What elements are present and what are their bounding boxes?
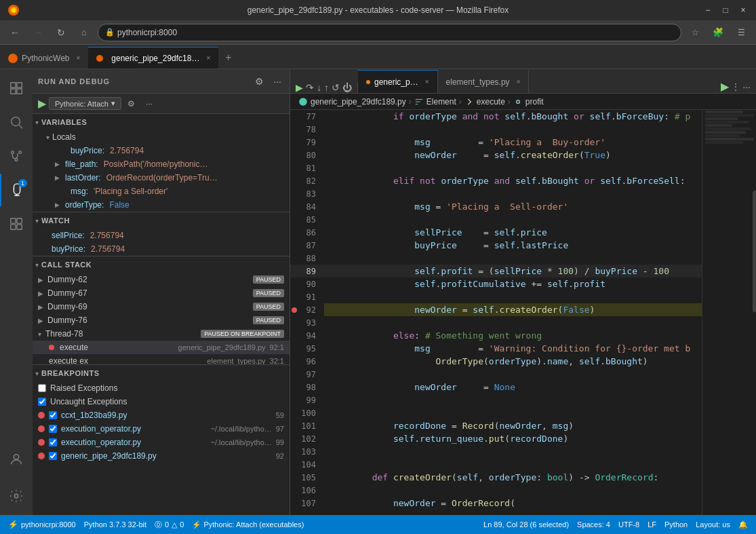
tab-close-btn[interactable]: × bbox=[76, 54, 80, 62]
remote-status[interactable]: ⚡ pythonicrpi:8000 bbox=[5, 520, 79, 529]
editor-tab-close1[interactable]: × bbox=[425, 78, 429, 85]
code-line-82: elif not orderType and self.bBought or s… bbox=[324, 174, 702, 187]
debug-attach-status[interactable]: ⚡ Pythonic: Attach (executables) bbox=[189, 520, 306, 529]
browser-tab-pythonic[interactable]: PythonicWeb × bbox=[0, 47, 88, 69]
debug-settings-btn[interactable]: ⚙ bbox=[124, 96, 139, 111]
browser-menu-btn[interactable]: ☰ bbox=[732, 23, 751, 42]
editor-tab-generic[interactable]: generic_p… × bbox=[358, 70, 438, 93]
bp-ccxt[interactable]: ccxt_1b23ba99.py 59 bbox=[33, 408, 290, 422]
line-81: 81 bbox=[290, 161, 324, 174]
debug-restart-btn[interactable]: ↺ bbox=[332, 82, 340, 93]
bp-uncaught[interactable]: Uncaught Exceptions bbox=[33, 395, 290, 408]
bp-ccxt-check[interactable] bbox=[49, 411, 57, 419]
editor-tab-close2[interactable]: × bbox=[517, 78, 521, 85]
settings-icon[interactable]: ⚙ bbox=[252, 75, 266, 88]
errors-status[interactable]: ⓪ 0 △ 0 bbox=[152, 520, 186, 530]
language-status[interactable]: Python bbox=[662, 520, 690, 529]
var-orderType[interactable]: ▶ orderType: False bbox=[38, 198, 290, 212]
python-version-status[interactable]: Python 3.7.3 32-bit bbox=[81, 520, 149, 529]
debug-config-dropdown[interactable]: Pythonic: Attach ▾ bbox=[49, 97, 121, 110]
layout-text: Layout: us bbox=[696, 520, 730, 529]
debug-step-into-btn[interactable]: ↓ bbox=[317, 82, 321, 93]
callstack-header[interactable]: ▾ CALL STACK bbox=[33, 256, 290, 273]
activity-extensions[interactable] bbox=[0, 208, 33, 240]
debug-step-out-btn[interactable]: ↑ bbox=[324, 82, 329, 93]
run-file-btn[interactable]: ▶ bbox=[721, 80, 729, 93]
bp-uncaught-check[interactable] bbox=[38, 398, 46, 406]
breadcrumb-method[interactable]: execute bbox=[477, 97, 505, 107]
position-status[interactable]: Ln 89, Col 28 (6 selected) bbox=[481, 520, 572, 529]
stack-dummy69[interactable]: ▶ Dummy-69 PAUSED bbox=[33, 300, 290, 313]
new-tab-btn[interactable]: + bbox=[218, 47, 238, 69]
bookmark-btn[interactable]: ☆ bbox=[685, 23, 704, 42]
code-content[interactable]: if orderType and not self.bBought or sel… bbox=[324, 110, 702, 515]
extensions-btn[interactable]: 🧩 bbox=[709, 23, 728, 42]
debug-continue-btn[interactable]: ▶ bbox=[296, 82, 303, 93]
activity-account[interactable] bbox=[0, 443, 33, 476]
variables-header[interactable]: ▾ VARIABLES bbox=[33, 114, 290, 130]
bp-exec2[interactable]: execution_operator.py ~/.local/lib/pytho… bbox=[33, 436, 290, 449]
browser-bar: ← → ↻ ⌂ 🔒 pythonicrpi:8000 ☆ 🧩 ☰ bbox=[0, 20, 756, 45]
debug-step-over-btn[interactable]: ↷ bbox=[306, 82, 314, 93]
stack-dummy67[interactable]: ▶ Dummy-67 PAUSED bbox=[33, 286, 290, 300]
spaces-status[interactable]: Spaces: 4 bbox=[574, 520, 613, 529]
eol-status[interactable]: LF bbox=[645, 520, 659, 529]
close-btn[interactable]: × bbox=[737, 4, 749, 16]
locals-group[interactable]: ▾ Locals bbox=[38, 130, 290, 144]
stack-execute-ex[interactable]: execute ex element_types.py 32:1 bbox=[33, 354, 290, 364]
watch-sellPrice[interactable]: sellPrice: 2.756794 bbox=[38, 229, 290, 242]
breadcrumb-file[interactable]: generic_pipe_29dfc189.py bbox=[311, 97, 406, 107]
breadcrumb-class[interactable]: Element bbox=[426, 97, 456, 107]
breakpoints-tree: Raised Exceptions Uncaught Exceptions cc… bbox=[33, 381, 290, 463]
var-buyPrice[interactable]: buyPrice: 2.756794 bbox=[38, 144, 290, 157]
bp-exec2-check[interactable] bbox=[49, 438, 57, 446]
forward-btn[interactable]: → bbox=[28, 23, 47, 42]
bp-raised[interactable]: Raised Exceptions bbox=[33, 381, 290, 395]
editor-tab-element[interactable]: element_types.py × bbox=[438, 70, 530, 93]
breadcrumb-var[interactable]: profit bbox=[525, 97, 544, 107]
stack-dummy76[interactable]: ▶ Dummy-76 PAUSED bbox=[33, 313, 290, 327]
encoding-status[interactable]: UTF-8 bbox=[616, 520, 642, 529]
browser-tab-generic[interactable]: generic_pipe_29dfc18… × bbox=[88, 47, 218, 69]
watch-header[interactable]: ▾ WATCH bbox=[33, 212, 290, 229]
bp-generic[interactable]: generic_pipe_29dfc189.py 92 bbox=[33, 449, 290, 463]
split-editor-btn[interactable]: ⋮ bbox=[732, 82, 740, 92]
activity-scm[interactable] bbox=[0, 140, 33, 172]
more-actions-btn[interactable]: ··· bbox=[742, 81, 751, 92]
var-name: buyPrice: bbox=[71, 146, 104, 155]
activity-explorer[interactable] bbox=[0, 72, 33, 104]
stack-execute[interactable]: execute generic_pipe_29dfc189.py 92:1 bbox=[33, 341, 290, 354]
tab-close-btn-active[interactable]: × bbox=[206, 54, 210, 62]
var-expand-icon bbox=[57, 145, 68, 156]
debug-more-btn[interactable]: ··· bbox=[142, 96, 157, 111]
start-debug-btn[interactable]: ▶ bbox=[38, 97, 46, 110]
stack-dummy62[interactable]: ▶ Dummy-62 PAUSED bbox=[33, 273, 290, 286]
activity-debug[interactable]: 1 bbox=[0, 174, 33, 206]
watch-buyPrice[interactable]: buyPrice: 2.756794 bbox=[38, 242, 290, 256]
notification-bell[interactable]: 🔔 bbox=[736, 520, 751, 529]
bp-exec1-check[interactable] bbox=[49, 425, 57, 433]
stack-thread78[interactable]: ▾ Thread-78 PAUSED ON BREAKPOINT bbox=[33, 327, 290, 341]
var-filepath[interactable]: ▶ file_path: PosixPath('/home/pythonic… bbox=[38, 157, 290, 171]
breakpoints-header[interactable]: ▾ BREAKPOINTS bbox=[33, 365, 290, 381]
maximize-btn[interactable]: □ bbox=[719, 4, 732, 16]
reload-btn[interactable]: ↻ bbox=[52, 23, 71, 42]
url-bar[interactable]: 🔒 pythonicrpi:8000 bbox=[98, 24, 681, 41]
minimize-btn[interactable]: − bbox=[702, 4, 714, 16]
bp-exec1[interactable]: execution_operator.py ~/.local/lib/pytho… bbox=[33, 422, 290, 436]
activity-settings[interactable] bbox=[0, 480, 33, 512]
debug-disconnect-btn[interactable]: ⏻ bbox=[342, 82, 352, 93]
home-btn[interactable]: ⌂ bbox=[75, 23, 94, 42]
layout-status[interactable]: Layout: us bbox=[693, 520, 733, 529]
back-btn[interactable]: ← bbox=[5, 23, 24, 42]
var-msg[interactable]: msg: 'Placing a Sell-order' bbox=[38, 185, 290, 198]
bp-generic-name: generic_pipe_29dfc189.py bbox=[61, 451, 272, 461]
editor-area: ▶ ↷ ↓ ↑ ↺ ⏻ generic_p… × element_types.p… bbox=[290, 69, 756, 515]
bp-generic-check[interactable] bbox=[49, 452, 57, 460]
var-lastOrder[interactable]: ▶ lastOrder: OrderRecord(orderType=Tru… bbox=[38, 171, 290, 185]
bp-raised-check[interactable] bbox=[38, 384, 46, 392]
activity-search[interactable] bbox=[0, 106, 33, 138]
more-options-icon[interactable]: ··· bbox=[271, 75, 284, 88]
run-debug-header: RUN AND DEBUG ⚙ ··· bbox=[33, 69, 290, 94]
code-line-105: def createOrder(self, orderType: bool) -… bbox=[324, 471, 702, 484]
